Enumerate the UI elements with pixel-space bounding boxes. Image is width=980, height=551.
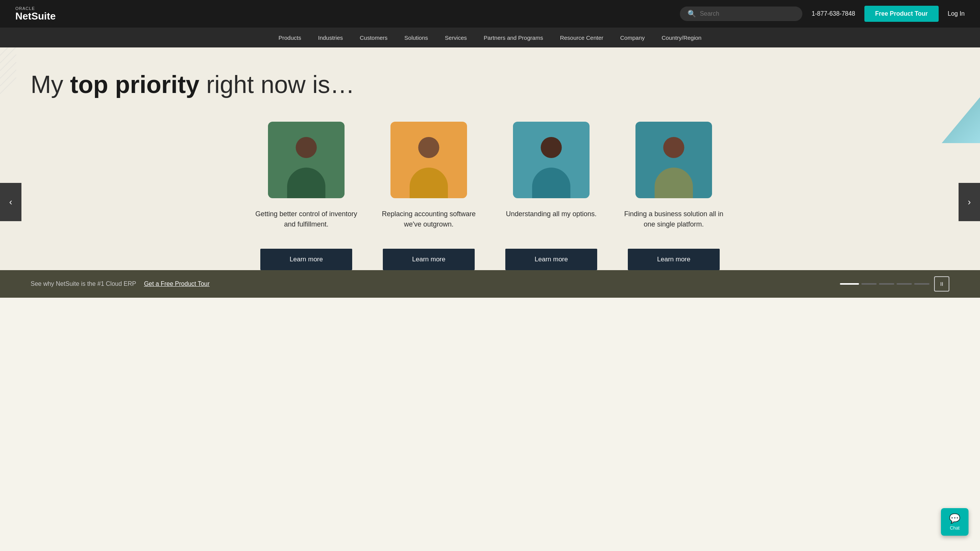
person-figure-1 (279, 133, 333, 198)
nav-item-customers[interactable]: Customers (358, 34, 389, 41)
cards-wrapper: ‹ Getting better control of inventory an… (31, 122, 949, 270)
progress-controls: ⏸ (840, 276, 949, 292)
person-head-1 (296, 137, 317, 158)
title-bold: top priority (70, 71, 199, 98)
title-suffix: right now is… (199, 71, 354, 98)
person-body-1 (287, 168, 325, 198)
bottom-text: See why NetSuite is the #1 Cloud ERP (31, 280, 136, 287)
person-head-3 (541, 137, 562, 158)
person-body-2 (410, 168, 448, 198)
hero-section: My top priority right now is… ‹ Getting … (0, 47, 980, 270)
free-tour-button[interactable]: Free Product Tour (864, 6, 939, 22)
title-prefix: My (31, 71, 70, 98)
card-4: Finding a business solution all in one s… (620, 122, 727, 270)
person-figure-4 (647, 133, 701, 198)
pause-icon: ⏸ (939, 281, 944, 287)
nav-item-services[interactable]: Services (443, 34, 469, 41)
nav-item-products[interactable]: Products (277, 34, 303, 41)
search-box[interactable]: 🔍 (680, 7, 802, 21)
netsuite-label: NetSuite (15, 11, 56, 22)
card-image-3 (513, 122, 590, 198)
bottom-cta-link[interactable]: Get a Free Product Tour (144, 280, 209, 287)
bottom-bar: See why NetSuite is the #1 Cloud ERP Get… (0, 270, 980, 298)
search-input[interactable] (700, 10, 795, 17)
top-bar-right: 🔍 1-877-638-7848 Free Product Tour Log I… (680, 6, 965, 22)
progress-dots (840, 283, 929, 285)
logo[interactable]: ORACLE NetSuite (15, 6, 56, 22)
person-figure-3 (524, 133, 578, 198)
card-btn-1[interactable]: Learn more (260, 249, 352, 270)
dot-3 (879, 283, 894, 285)
nav-bar: ProductsIndustriesCustomersSolutionsServ… (0, 28, 980, 47)
dot-5 (914, 283, 929, 285)
card-image-4 (635, 122, 712, 198)
person-head-4 (663, 137, 684, 158)
dot-4 (897, 283, 912, 285)
card-text-2: Replacing accounting software we've outg… (375, 209, 482, 240)
person-body-3 (532, 168, 570, 198)
phone-number[interactable]: 1-877-638-7848 (812, 10, 855, 17)
card-text-4: Finding a business solution all in one s… (620, 209, 727, 240)
pause-button[interactable]: ⏸ (934, 276, 949, 292)
carousel-prev-button[interactable]: ‹ (0, 183, 21, 221)
card-text-1: Getting better control of inventory and … (253, 209, 360, 240)
card-3: Understanding all my options. Learn more (498, 122, 605, 270)
card-2: Replacing accounting software we've outg… (375, 122, 482, 270)
dot-2 (861, 283, 877, 285)
card-btn-4[interactable]: Learn more (628, 249, 720, 270)
hero-title: My top priority right now is… (31, 70, 949, 99)
nav-item-solutions[interactable]: Solutions (403, 34, 430, 41)
card-1: Getting better control of inventory and … (253, 122, 360, 270)
search-icon: 🔍 (688, 10, 696, 18)
decorative-lines (0, 47, 31, 109)
cards-row: Getting better control of inventory and … (31, 122, 949, 270)
nav-item-industries[interactable]: Industries (317, 34, 345, 41)
login-link[interactable]: Log In (948, 10, 965, 17)
nav-item-company[interactable]: Company (619, 34, 646, 41)
person-head-2 (418, 137, 439, 158)
carousel-next-button[interactable]: › (959, 183, 980, 221)
oracle-label: ORACLE (15, 6, 56, 11)
nav-item-partners[interactable]: Partners and Programs (482, 34, 545, 41)
bottom-bar-text: See why NetSuite is the #1 Cloud ERP Get… (31, 280, 210, 287)
card-btn-2[interactable]: Learn more (383, 249, 475, 270)
nav-item-resource-center[interactable]: Resource Center (559, 34, 605, 41)
card-text-3: Understanding all my options. (506, 209, 596, 240)
dot-1 (840, 283, 859, 285)
person-body-4 (655, 168, 693, 198)
top-bar: ORACLE NetSuite 🔍 1-877-638-7848 Free Pr… (0, 0, 980, 28)
card-image-1 (268, 122, 345, 198)
card-btn-3[interactable]: Learn more (505, 249, 597, 270)
person-figure-2 (402, 133, 456, 198)
nav-item-country-region[interactable]: Country/Region (660, 34, 703, 41)
card-image-2 (390, 122, 467, 198)
